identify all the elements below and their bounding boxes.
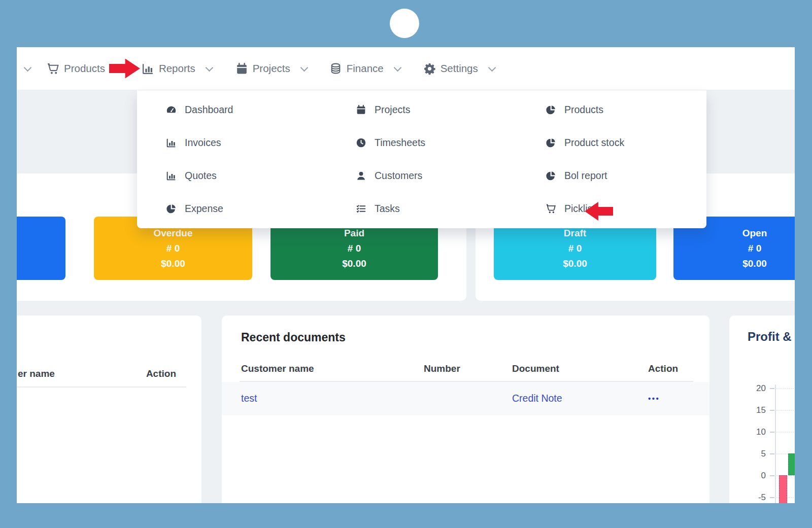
- table-row: test Credit Note •••: [222, 382, 709, 415]
- pie-chart-icon: [166, 203, 177, 214]
- card-amount: $0.00: [161, 259, 185, 268]
- clock-icon: [356, 137, 366, 148]
- chevron-down-icon[interactable]: [24, 63, 32, 72]
- menu-item-product-stock[interactable]: Product stock: [517, 126, 706, 159]
- stat-card-partial[interactable]: [17, 217, 65, 280]
- chevron-down-icon: [300, 63, 308, 72]
- menu-item-customers[interactable]: Customers: [327, 159, 517, 192]
- menu-label: Timesheets: [375, 137, 425, 149]
- profit-chart-panel: Profit & 20 15 10 5 0 -5: [729, 315, 795, 503]
- customer-link[interactable]: test: [241, 393, 424, 404]
- card-title: Open: [742, 228, 767, 238]
- coins-icon: [329, 62, 342, 75]
- bar-chart-icon: [142, 62, 154, 75]
- menu-item-tasks[interactable]: Tasks: [327, 192, 517, 225]
- bar-chart-icon: [166, 137, 177, 148]
- nav-item-finance[interactable]: Finance: [329, 62, 400, 75]
- chart-bar-negative: [779, 475, 787, 503]
- tick-mark: [770, 475, 774, 476]
- card-title: Paid: [344, 228, 364, 238]
- menu-item-invoices[interactable]: Invoices: [137, 126, 327, 159]
- menu-label: Tasks: [375, 203, 400, 215]
- document-link[interactable]: Credit Note: [512, 393, 648, 404]
- user-icon: [356, 170, 366, 181]
- top-navbar: Products Reports Projects Finance Settin…: [17, 47, 795, 90]
- nav-item-settings[interactable]: Settings: [423, 62, 495, 75]
- chevron-down-icon: [488, 63, 496, 72]
- nav-label-reports: Reports: [159, 62, 195, 75]
- menu-item-expense[interactable]: Expense: [137, 192, 327, 225]
- chart-bar-positive: [788, 453, 795, 475]
- card-amount: $0.00: [742, 259, 767, 268]
- tick-mark: [770, 410, 774, 411]
- menu-label: Projects: [375, 104, 410, 116]
- speedometer-icon: [166, 104, 177, 115]
- tick-mark: [770, 497, 774, 498]
- recent-documents-header-row: Customer name Number Document Action: [222, 357, 709, 381]
- row-actions-menu-icon[interactable]: •••: [648, 394, 694, 403]
- list-check-icon: [356, 203, 366, 214]
- chevron-down-icon: [205, 63, 213, 72]
- nav-item-projects[interactable]: Projects: [235, 62, 307, 75]
- y-tick: -5: [743, 492, 766, 503]
- pie-chart-icon: [546, 104, 556, 115]
- y-tick: 20: [743, 383, 766, 394]
- left-table-header-name: er name: [18, 368, 55, 379]
- cart-icon: [47, 62, 59, 75]
- menu-item-projects[interactable]: Projects: [327, 93, 517, 126]
- y-tick: 5: [743, 449, 766, 459]
- menu-label: Invoices: [185, 137, 221, 149]
- y-axis-line: [775, 384, 776, 503]
- tick-mark: [770, 453, 774, 454]
- card-count: # 0: [568, 243, 582, 253]
- menu-item-timesheets[interactable]: Timesheets: [327, 126, 517, 159]
- card-amount: $0.00: [563, 259, 587, 268]
- gridline: [775, 388, 795, 389]
- card-count: # 0: [348, 243, 361, 253]
- card-count: # 0: [166, 243, 180, 253]
- col-header-number: Number: [424, 363, 512, 374]
- tick-mark: [770, 388, 774, 389]
- menu-item-dashboard[interactable]: Dashboard: [137, 93, 327, 126]
- app-screenshot: Products Reports Projects Finance Settin…: [17, 47, 795, 503]
- left-table-header-action: Action: [146, 368, 176, 379]
- y-tick: 15: [743, 405, 766, 415]
- card-count: # 0: [748, 243, 761, 253]
- left-table-panel: er name Action: [17, 315, 201, 503]
- card-title: Draft: [564, 228, 586, 238]
- menu-item-products[interactable]: Products: [517, 93, 706, 126]
- nav-item-reports[interactable]: Reports: [142, 62, 212, 75]
- menu-item-bol-report[interactable]: Bol report: [517, 159, 706, 192]
- menu-label: Products: [564, 104, 603, 116]
- menu-label: Expense: [185, 203, 223, 215]
- calendar-icon: [235, 62, 248, 75]
- nav-label-finance: Finance: [347, 62, 384, 75]
- recent-documents-panel: Recent documents Customer name Number Do…: [222, 315, 709, 503]
- nav-label-projects: Projects: [253, 62, 290, 75]
- col-header-customer-name: Customer name: [241, 363, 424, 374]
- profit-chart-title: Profit &: [748, 330, 795, 344]
- pie-chart-icon: [546, 170, 556, 181]
- col-header-action: Action: [648, 363, 694, 374]
- card-amount: $0.00: [342, 259, 366, 268]
- annotation-arrow-right-icon: [109, 59, 140, 79]
- menu-label: Product stock: [564, 137, 624, 149]
- gear-icon: [423, 62, 436, 75]
- y-tick: 0: [743, 471, 766, 481]
- col-header-document: Document: [512, 363, 648, 374]
- divider: [17, 386, 186, 388]
- pie-chart-icon: [546, 137, 556, 148]
- chevron-down-icon: [393, 63, 401, 72]
- nav-label-products: Products: [64, 62, 105, 75]
- menu-label: Customers: [375, 170, 422, 182]
- cart-icon: [546, 203, 556, 214]
- tick-mark: [770, 432, 774, 433]
- reports-dropdown-menu: Dashboard Invoices Quotes Expense Projec…: [137, 90, 706, 228]
- card-title: Overdue: [153, 228, 192, 238]
- frame-dot: [390, 9, 419, 38]
- calendar-icon: [356, 104, 366, 115]
- menu-item-quotes[interactable]: Quotes: [137, 159, 327, 192]
- nav-item-products[interactable]: Products: [47, 62, 105, 75]
- y-tick: 10: [743, 427, 766, 437]
- menu-label: Bol report: [564, 170, 607, 182]
